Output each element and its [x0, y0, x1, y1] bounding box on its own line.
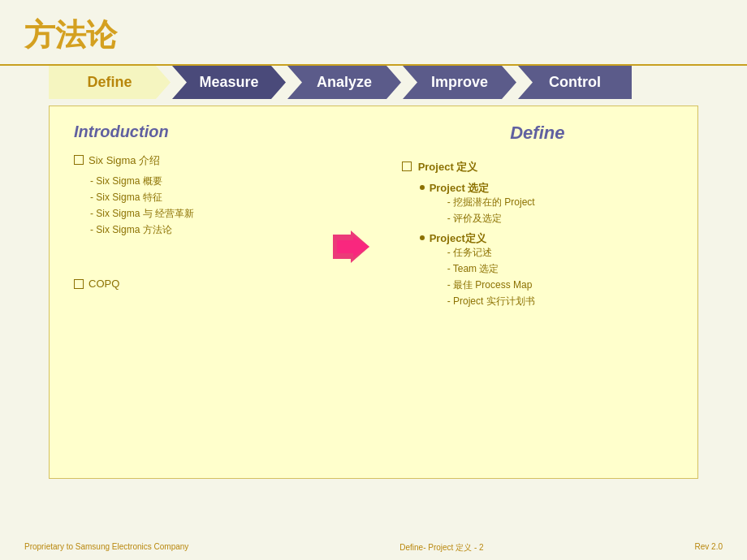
bullet-icon: [420, 185, 425, 190]
list-item-six-sigma: Six Sigma 介绍: [74, 153, 300, 168]
list-item: - 评价及选定: [447, 212, 535, 226]
footer: Proprietary to Samsung Electronics Compa…: [0, 542, 747, 554]
copq-section: COPQ: [74, 278, 300, 290]
tab-bar: Define Measure Analyze Improve Control: [49, 66, 698, 99]
list-item: - Team 选定: [447, 262, 535, 276]
list-item: - 任务记述: [447, 246, 535, 260]
page-title: 方法论: [24, 15, 723, 56]
list-item: - 挖掘潜在的 Project: [447, 196, 535, 209]
left-panel: Introduction Six Sigma 介绍 - Six Sigma 概要…: [74, 123, 300, 314]
content-area: Introduction Six Sigma 介绍 - Six Sigma 概要…: [49, 106, 698, 479]
bullet-item-project-select: Project 选定 - 挖掘潜在的 Project - 评价及选定: [420, 181, 673, 228]
project-def-subitems: - 任务记述 - Team 选定 - 最佳 Process Map - Proj…: [447, 246, 535, 308]
checkbox-icon: [74, 155, 84, 165]
checkbox-icon: [74, 279, 84, 289]
project-select-label: Project 选定: [430, 181, 535, 196]
copq-label: COPQ: [89, 278, 119, 290]
project-definition-item: Project 定义: [402, 160, 673, 174]
project-definition-label: Project 定义: [418, 160, 478, 174]
tab-improve[interactable]: Improve: [403, 66, 516, 99]
list-item: - Six Sigma 特征: [90, 191, 300, 205]
list-item: - Six Sigma 概要: [90, 174, 300, 188]
list-item: - Project 实行计划书: [447, 295, 535, 308]
tab-measure[interactable]: Measure: [172, 66, 286, 99]
footer-right: Rev 2.0: [695, 542, 723, 554]
list-item-copq: COPQ: [74, 278, 300, 290]
define-title: Define: [402, 123, 673, 144]
footer-left: Proprietary to Samsung Electronics Compa…: [24, 542, 188, 554]
tab-control[interactable]: Control: [518, 66, 632, 99]
tab-analyze[interactable]: Analyze: [287, 66, 401, 99]
tab-define[interactable]: Define: [49, 66, 171, 99]
bullet-icon: [420, 235, 425, 240]
list-item: - Six Sigma 方法论: [90, 223, 300, 237]
checkbox-icon: [402, 162, 412, 171]
project-select-subitems: - 挖掘潜在的 Project - 评价及选定: [447, 196, 535, 226]
list-item: - 最佳 Process Map: [447, 278, 535, 292]
right-panel: Define Project 定义 Project 选定 - 挖掘潜在的 Pro…: [402, 123, 673, 314]
project-def-label: Project定义: [430, 231, 535, 246]
six-sigma-label: Six Sigma 介绍: [89, 153, 160, 168]
footer-center: Define- Project 定义 - 2: [188, 542, 694, 554]
list-item: - Six Sigma 与 经营革新: [90, 207, 300, 221]
right-bullet-items: Project 选定 - 挖掘潜在的 Project - 评价及选定 Proje…: [420, 181, 673, 311]
arrow-icon: [333, 230, 369, 263]
six-sigma-subitems: - Six Sigma 概要 - Six Sigma 特征 - Six Sigm…: [90, 174, 300, 237]
content-inner: Introduction Six Sigma 介绍 - Six Sigma 概要…: [74, 123, 673, 314]
arrow-container: [333, 123, 369, 314]
header: 方法论: [0, 0, 747, 66]
bullet-item-project-def: Project定义 - 任务记述 - Team 选定 - 最佳 Process …: [420, 231, 673, 311]
intro-title: Introduction: [74, 123, 300, 141]
